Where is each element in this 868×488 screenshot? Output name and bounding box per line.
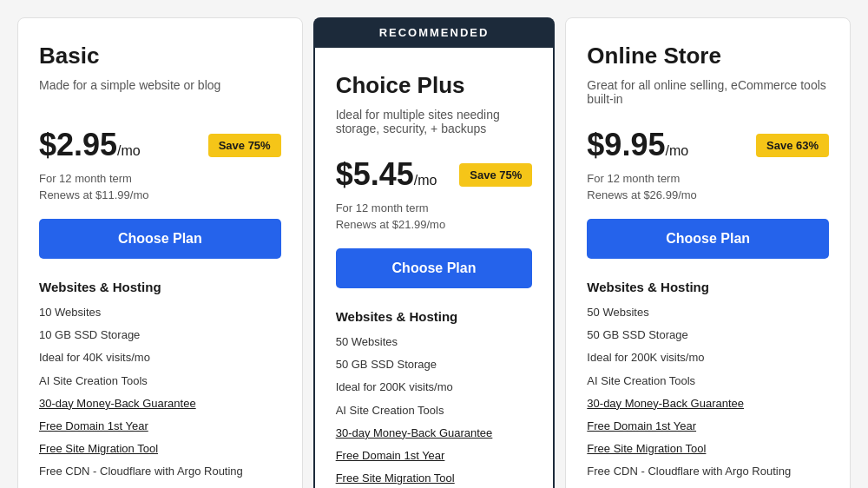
feature-item: AI Site Creation Tools [39,373,281,389]
plan-name: Basic [39,43,281,69]
feature-item: AI Site Creation Tools [336,403,533,419]
plan-wrapper-choice-plus: RECOMMENDEDChoice PlusIdeal for multiple… [313,17,556,488]
feature-item: 50 GB SSD Storage [336,357,533,373]
feature-item: Free CDN - Cloudflare with Argo Routing [587,464,829,479]
plan-name: Online Store [587,43,829,69]
plan-price: $9.95/mo [587,127,688,163]
feature-item: 10 Websites [39,305,281,320]
plan-description: Ideal for multiple sites needing storage… [336,108,533,139]
plan-price: $5.45/mo [336,156,437,193]
feature-item: 50 Websites [587,305,829,320]
plan-price: $2.95/mo [39,127,141,163]
feature-item: Free Site Migration Tool [587,441,829,457]
features-title: Websites & Hosting [587,280,829,294]
save-badge: Save 75% [208,134,281,157]
feature-item: Ideal for 200K visits/mo [336,379,533,395]
feature-item: 10 GB SSD Storage [39,327,281,343]
feature-item: Free Domain 1st Year [587,419,829,434]
plan-description: Great for all online selling, eCommerce … [587,78,829,109]
plan-card-online-store: Online StoreGreat for all online selling… [565,17,851,488]
plan-name: Choice Plus [336,72,533,99]
feature-item: AI Site Creation Tools [587,373,829,389]
price-row: $5.45/moSave 75% [336,156,533,193]
renews-info: Renews at $21.99/mo [336,218,533,231]
term-info: For 12 month term [587,172,829,185]
features-title: Websites & Hosting [39,280,281,294]
price-row: $9.95/moSave 63% [587,127,829,163]
feature-item: Free CDN - Cloudflare with Argo Routing [39,464,281,479]
feature-item: Ideal for 200K visits/mo [587,350,829,366]
price-row: $2.95/moSave 75% [39,127,281,163]
save-badge: Save 75% [459,163,532,187]
renews-info: Renews at $26.99/mo [587,188,829,201]
recommended-banner: RECOMMENDED [313,17,556,48]
features-title: Websites & Hosting [336,309,533,324]
choose-plan-button[interactable]: Choose Plan [39,219,281,259]
feature-item: Free Domain 1st Year [336,448,533,464]
plan-card-choice-plus: Choice PlusIdeal for multiple sites need… [313,48,556,488]
feature-item: Free Domain 1st Year [39,419,281,434]
choose-plan-button[interactable]: Choose Plan [587,219,829,259]
feature-item: 30-day Money-Back Guarantee [587,396,829,412]
choose-plan-button[interactable]: Choose Plan [336,248,533,288]
term-info: For 12 month term [336,201,533,214]
save-badge: Save 63% [756,134,829,157]
feature-item: 50 Websites [336,334,533,350]
plan-card-basic: BasicMade for a simple website or blog$2… [17,17,303,488]
feature-item: 30-day Money-Back Guarantee [336,425,533,441]
renews-info: Renews at $11.99/mo [39,188,281,201]
feature-item: Free Site Migration Tool [336,471,533,486]
feature-item: Ideal for 40K visits/mo [39,350,281,366]
feature-item: 30-day Money-Back Guarantee [39,396,281,412]
plans-container: BasicMade for a simple website or blog$2… [17,17,851,488]
feature-item: 50 GB SSD Storage [587,327,829,343]
term-info: For 12 month term [39,172,281,185]
feature-item: Free Site Migration Tool [39,441,281,457]
plan-description: Made for a simple website or blog [39,78,281,109]
